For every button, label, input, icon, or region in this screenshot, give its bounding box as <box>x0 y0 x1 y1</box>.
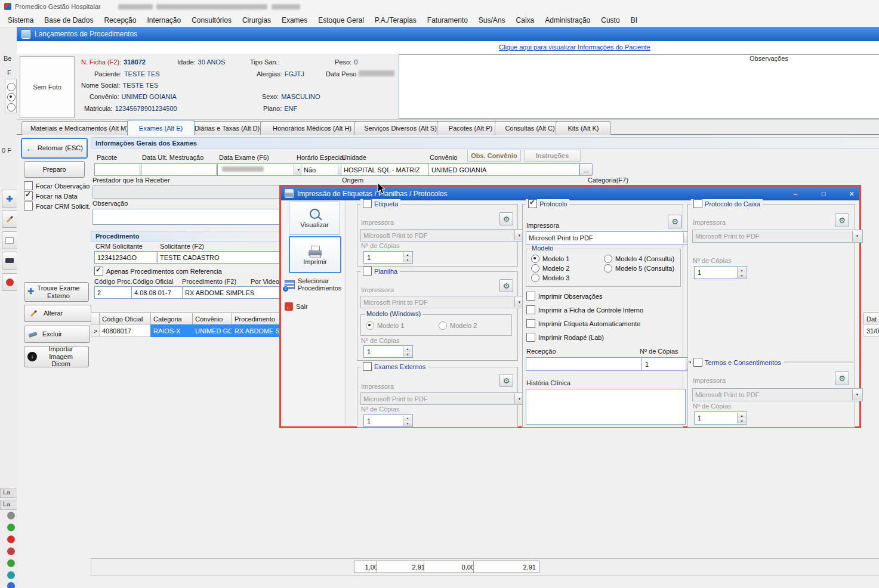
planilha-copies-spinner[interactable]: 1 <box>363 345 413 358</box>
emergency-cross-icon[interactable] <box>7 536 15 543</box>
procedimento-field[interactable]: RX ABDOME SIMPLES <box>182 286 283 299</box>
unidade-combo[interactable]: HOSPITAL SQL - MATRIZ <box>341 163 439 176</box>
menu-item-internacao[interactable]: Internação <box>141 14 186 26</box>
crm-solicitante-combo[interactable]: 12341234GO <box>94 251 166 264</box>
menu-item-exames[interactable]: Exames <box>276 14 313 26</box>
focar-na-data-checkbox[interactable]: Focar na Data <box>24 191 78 200</box>
menu-item-faturamento[interactable]: Faturamento <box>422 14 473 26</box>
obs-convenio-button[interactable]: Obs. Convênio <box>467 150 521 162</box>
data-ult-mestruacao-combo[interactable] <box>141 163 227 176</box>
imprimir-ficha-controle-checkbox[interactable]: Imprimir a Ficha de Controle Interno <box>526 305 643 314</box>
imprimir-etiqueta-automaticamente-checkbox[interactable]: Imprimir Etiqueta Automaticamente <box>526 319 640 328</box>
grid-header-procedimento[interactable]: Procedimento <box>232 312 285 326</box>
people-icon[interactable] <box>7 512 15 519</box>
importar-imagem-dicom-button[interactable]: Importar Imagem Dicom <box>24 346 89 367</box>
app-tray-icon[interactable] <box>7 582 15 588</box>
exames-externos-printer-settings-button[interactable] <box>499 374 513 387</box>
radio-icon[interactable] <box>7 103 16 112</box>
protocolo-modelo2-radio[interactable]: Modelo 2 <box>531 264 569 273</box>
sair-button[interactable]: Sair <box>285 300 342 313</box>
menu-item-pa-terapias[interactable]: P.A./Terapias <box>369 14 422 26</box>
grid-cell-data[interactable]: 31/0 <box>863 324 879 337</box>
planilha-group-title[interactable]: Planilha <box>360 267 400 276</box>
protocolo-caixa-group-title[interactable]: Protocolo do Caixa <box>691 199 763 208</box>
alterar-button[interactable]: Alterar <box>24 305 91 322</box>
grid-header-codigo-oficial[interactable]: Código Oficial <box>99 312 156 326</box>
exames-externos-copies-spinner[interactable]: 1 <box>363 414 413 427</box>
menu-item-recepcao[interactable]: Recepção <box>98 14 141 26</box>
recepcao-field[interactable] <box>526 357 643 371</box>
toolbar-print-icon[interactable] <box>2 252 17 270</box>
termos-copies-spinner[interactable]: 1 <box>694 411 747 425</box>
toolbar-add-icon[interactable] <box>2 190 17 208</box>
menu-item-consultorios[interactable]: Consultórios <box>186 14 237 26</box>
grid-cell-procedimento[interactable]: RX ABDOME SIM <box>232 324 285 337</box>
grid-cell-codigo[interactable]: 40808017 <box>99 324 156 337</box>
convenio-browse-button[interactable]: ... <box>579 163 593 176</box>
tab-exames[interactable]: Exames (Alt E) <box>127 120 195 135</box>
retornar-button[interactable]: Retornar (ESC) <box>21 138 87 158</box>
radio-icon[interactable] <box>7 83 16 91</box>
toolbar-alert-icon[interactable] <box>2 273 17 291</box>
focar-observacao-checkbox[interactable]: Focar Observação <box>24 181 90 190</box>
solicitante-field[interactable]: TESTE CADASTRO <box>157 251 283 264</box>
menu-item-sistema[interactable]: Sistema <box>2 14 39 26</box>
protocolo-printer-settings-button[interactable] <box>668 215 682 228</box>
protocolo-caixa-copies-spinner[interactable]: 1 <box>694 266 747 279</box>
protocolo-caixa-printer-settings-button[interactable] <box>835 213 849 227</box>
grid-header-categoria[interactable]: Categoria <box>150 312 198 326</box>
termos-group-title[interactable]: Termos e Consentimentos <box>691 358 784 367</box>
etiqueta-copies-spinner[interactable]: 1 <box>363 251 413 264</box>
close-button[interactable] <box>846 188 858 199</box>
tab-servicos-diversos[interactable]: Serviços Diversos (Alt S) <box>354 121 446 135</box>
imprimir-button[interactable]: Imprimir <box>289 236 341 273</box>
exames-externos-group-title[interactable]: Exames Externos <box>360 362 428 371</box>
phone-icon[interactable] <box>7 547 15 555</box>
imprimir-rodape-lab-checkbox[interactable]: Imprimir Rodapé (Lab) <box>526 333 604 342</box>
apenas-referencia-checkbox[interactable]: Apenas Procedimentos com Referencia <box>94 267 222 276</box>
menu-item-administracao[interactable]: Administração <box>539 14 596 26</box>
maximize-button[interactable] <box>818 188 829 199</box>
grid-header-data[interactable]: Dat <box>863 312 879 326</box>
focar-crm-checkbox[interactable]: Focar CRM Solicit. <box>24 202 91 211</box>
toolbar-edit-icon[interactable] <box>2 210 17 228</box>
visualizar-button[interactable]: Visualizar <box>289 202 340 235</box>
minimize-button[interactable] <box>789 188 801 199</box>
excluir-button[interactable]: Excluir <box>24 326 90 343</box>
etiqueta-printer-settings-button[interactable] <box>499 212 513 225</box>
grid-header-convenio[interactable]: Convênio <box>192 312 238 326</box>
toolbar-card-icon[interactable] <box>2 231 17 249</box>
patient-info-link[interactable]: Clique aqui para visualizar Informações … <box>499 44 650 51</box>
termos-printer-settings-button[interactable] <box>835 372 849 385</box>
signal-icon[interactable] <box>7 524 15 531</box>
tab-diarias-e-taxas[interactable]: Diárias e Taxas (Alt D) <box>184 121 270 135</box>
grid-cell-categoria[interactable]: RAIOS-X <box>150 324 198 337</box>
menu-item-base-de-dados[interactable]: Base de Dados <box>39 14 98 26</box>
protocolo-printer-combo[interactable]: Microsoft Print to PDF <box>526 231 694 245</box>
protocolo-modelo3-radio[interactable]: Modelo 3 <box>531 274 569 282</box>
radio-icon[interactable] <box>7 93 16 101</box>
imprimir-observacoes-checkbox[interactable]: Imprimir Observações <box>526 292 603 301</box>
menu-item-caixa[interactable]: Caixa <box>511 14 540 26</box>
instrucoes-button[interactable]: Instruções <box>524 150 581 162</box>
historia-clinica-textarea[interactable] <box>526 389 686 425</box>
trouxe-exame-externo-button[interactable]: Trouxe Exame Externo <box>24 282 89 302</box>
tab-materiais-e-medicamentos[interactable]: Materiais e Medicamentos (Alt M) <box>21 121 137 135</box>
etiqueta-group-title[interactable]: Etiqueta <box>360 199 400 208</box>
protocolo-modelo5-radio[interactable]: Modelo 5 (Consulta) <box>604 264 674 273</box>
protocolo-modelo4-radio[interactable]: Modelo 4 (Consulta) <box>604 255 674 263</box>
menu-item-custo[interactable]: Custo <box>596 14 625 26</box>
observacao-field[interactable] <box>92 209 283 225</box>
tab-honorarios-medicos[interactable]: Honorários Médicos (Alt H) <box>260 121 364 135</box>
convenio-combo[interactable]: UNIMED GOIANIA <box>428 163 590 176</box>
menu-item-estoque-geral[interactable]: Estoque Geral <box>313 14 369 26</box>
preparo-button[interactable]: Preparo <box>24 161 85 178</box>
tab-kits[interactable]: Kits (Alt K) <box>556 121 611 135</box>
menu-item-sus-ans[interactable]: Sus/Ans <box>473 14 511 26</box>
menu-item-bi[interactable]: BI <box>625 14 643 26</box>
protocolo-group-title[interactable]: Protocolo <box>526 199 569 208</box>
selecionar-procedimentos-button[interactable]: Selecionar Procedimentos <box>285 273 342 296</box>
protocolo-modelo1-radio[interactable]: Modelo 1 <box>531 255 569 263</box>
tab-consultas[interactable]: Consultas (Alt C) <box>495 121 565 135</box>
health-icon[interactable] <box>7 559 15 567</box>
